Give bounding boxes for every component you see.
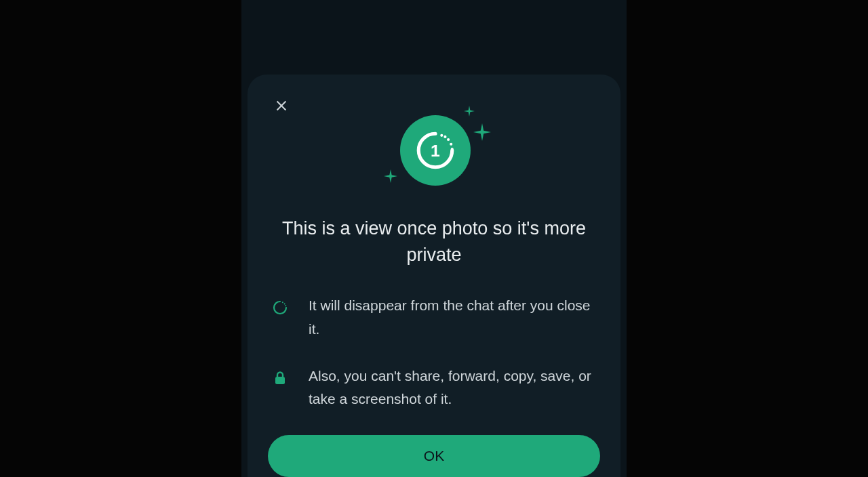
svg-point-4 [443, 136, 446, 138]
ok-button[interactable]: OK [268, 435, 600, 477]
bullet-item: It will disappear from the chat after yo… [271, 294, 599, 341]
bullet-item: Also, you can't share, forward, copy, sa… [271, 365, 599, 411]
svg-point-3 [440, 134, 443, 137]
bullet-text: It will disappear from the chat after yo… [309, 294, 599, 341]
screen: 1 This is a view once photo so it's more… [0, 0, 868, 477]
dialog-title: This is a view once photo so it's more p… [265, 215, 603, 268]
svg-rect-9 [275, 377, 285, 384]
view-once-info-dialog: 1 This is a view once photo so it's more… [248, 75, 620, 477]
close-icon [274, 98, 289, 116]
ok-button-label: OK [424, 448, 444, 464]
hero-graphic: 1 [265, 108, 603, 196]
lock-icon [271, 369, 290, 388]
sparkle-icon [464, 106, 475, 117]
svg-point-2 [451, 148, 454, 150]
disappearing-circle-icon [271, 298, 290, 317]
sparkle-icon [473, 123, 491, 141]
svg-point-0 [447, 138, 450, 141]
svg-text:1: 1 [431, 142, 440, 160]
svg-point-6 [282, 302, 283, 304]
bullet-text: Also, you can't share, forward, copy, sa… [309, 365, 599, 411]
bullet-list: It will disappear from the chat after yo… [265, 294, 603, 411]
sparkle-icon [384, 169, 397, 183]
svg-point-1 [450, 143, 452, 146]
svg-point-7 [284, 304, 285, 305]
svg-point-8 [285, 306, 286, 307]
view-once-badge-icon: 1 [400, 115, 471, 186]
